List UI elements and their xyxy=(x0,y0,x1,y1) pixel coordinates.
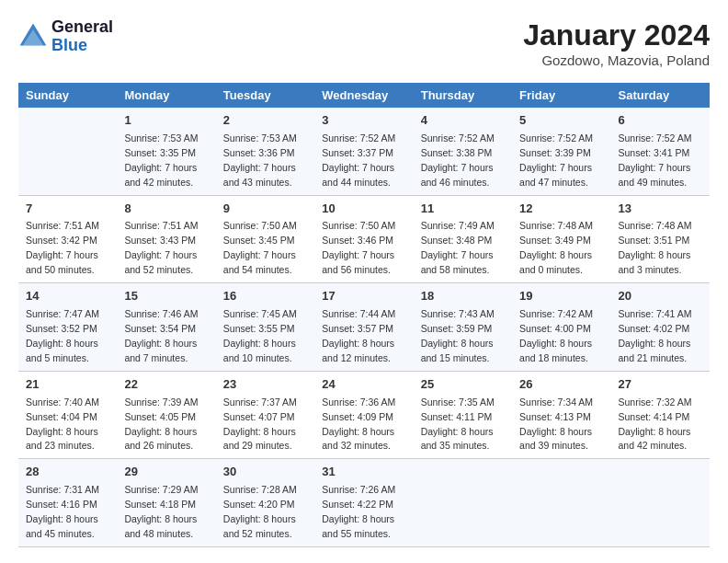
calendar-cell: 8Sunrise: 7:51 AMSunset: 3:43 PMDaylight… xyxy=(117,195,215,283)
header-tuesday: Tuesday xyxy=(216,83,314,108)
header-friday: Friday xyxy=(512,83,610,108)
calendar-title: January 2024 xyxy=(523,18,710,52)
calendar-cell: 4Sunrise: 7:52 AMSunset: 3:38 PMDaylight… xyxy=(414,108,512,195)
day-info: Sunrise: 7:52 AMSunset: 3:37 PMDaylight:… xyxy=(322,132,395,188)
calendar-header-row: SundayMondayTuesdayWednesdayThursdayFrid… xyxy=(18,83,710,108)
calendar-cell: 3Sunrise: 7:52 AMSunset: 3:37 PMDaylight… xyxy=(314,108,413,195)
day-info: Sunrise: 7:50 AMSunset: 3:45 PMDaylight:… xyxy=(223,220,297,275)
calendar-cell: 12Sunrise: 7:48 AMSunset: 3:49 PMDayligh… xyxy=(512,195,610,283)
day-info: Sunrise: 7:29 AMSunset: 4:18 PMDaylight:… xyxy=(124,484,198,539)
day-info: Sunrise: 7:44 AMSunset: 3:57 PMDaylight:… xyxy=(322,308,395,363)
calendar-cell xyxy=(18,108,117,195)
day-info: Sunrise: 7:50 AMSunset: 3:46 PMDaylight:… xyxy=(322,220,395,275)
calendar-cell: 6Sunrise: 7:52 AMSunset: 3:41 PMDaylight… xyxy=(611,108,710,195)
calendar-cell: 15Sunrise: 7:46 AMSunset: 3:54 PMDayligh… xyxy=(117,283,215,372)
logo-line2: Blue xyxy=(51,37,113,55)
day-number: 30 xyxy=(223,464,307,481)
day-number: 17 xyxy=(322,288,405,305)
day-info: Sunrise: 7:35 AMSunset: 4:11 PMDaylight:… xyxy=(421,396,495,452)
calendar-cell: 5Sunrise: 7:52 AMSunset: 3:39 PMDaylight… xyxy=(512,108,610,195)
day-info: Sunrise: 7:43 AMSunset: 3:59 PMDaylight:… xyxy=(421,308,495,363)
day-info: Sunrise: 7:49 AMSunset: 3:48 PMDaylight:… xyxy=(421,220,495,275)
calendar-cell: 16Sunrise: 7:45 AMSunset: 3:55 PMDayligh… xyxy=(216,283,314,372)
calendar-cell: 22Sunrise: 7:39 AMSunset: 4:05 PMDayligh… xyxy=(117,371,215,459)
day-number: 26 xyxy=(519,376,603,394)
day-number: 29 xyxy=(124,464,208,481)
day-number: 22 xyxy=(124,376,208,394)
calendar-week-row: 21Sunrise: 7:40 AMSunset: 4:04 PMDayligh… xyxy=(18,371,710,459)
calendar-cell: 27Sunrise: 7:32 AMSunset: 4:14 PMDayligh… xyxy=(611,371,710,459)
calendar-cell: 14Sunrise: 7:47 AMSunset: 3:52 PMDayligh… xyxy=(18,283,117,372)
day-number: 31 xyxy=(322,464,405,481)
day-info: Sunrise: 7:26 AMSunset: 4:22 PMDaylight:… xyxy=(322,484,395,539)
calendar-week-row: 7Sunrise: 7:51 AMSunset: 3:42 PMDaylight… xyxy=(18,195,710,283)
page-header: General Blue January 2024 Gozdowo, Mazov… xyxy=(18,18,710,68)
day-info: Sunrise: 7:40 AMSunset: 4:04 PMDaylight:… xyxy=(26,396,99,452)
day-info: Sunrise: 7:53 AMSunset: 3:36 PMDaylight:… xyxy=(223,132,297,188)
calendar-cell: 25Sunrise: 7:35 AMSunset: 4:11 PMDayligh… xyxy=(414,371,512,459)
calendar-cell: 31Sunrise: 7:26 AMSunset: 4:22 PMDayligh… xyxy=(314,459,413,547)
day-info: Sunrise: 7:51 AMSunset: 3:43 PMDaylight:… xyxy=(124,220,198,275)
calendar-cell: 28Sunrise: 7:31 AMSunset: 4:16 PMDayligh… xyxy=(18,459,117,547)
day-info: Sunrise: 7:52 AMSunset: 3:38 PMDaylight:… xyxy=(421,132,495,188)
calendar-cell: 7Sunrise: 7:51 AMSunset: 3:42 PMDaylight… xyxy=(18,195,117,283)
calendar-cell: 19Sunrise: 7:42 AMSunset: 4:00 PMDayligh… xyxy=(512,283,610,372)
day-number: 12 xyxy=(519,201,603,218)
header-wednesday: Wednesday xyxy=(314,83,413,108)
day-number: 4 xyxy=(421,112,505,130)
calendar-week-row: 14Sunrise: 7:47 AMSunset: 3:52 PMDayligh… xyxy=(18,283,710,372)
day-number: 3 xyxy=(322,112,405,130)
day-number: 24 xyxy=(322,376,405,394)
header-monday: Monday xyxy=(117,83,215,108)
day-info: Sunrise: 7:52 AMSunset: 3:41 PMDaylight:… xyxy=(619,132,692,188)
day-number: 27 xyxy=(619,376,702,394)
day-info: Sunrise: 7:37 AMSunset: 4:07 PMDaylight:… xyxy=(223,396,297,452)
day-info: Sunrise: 7:48 AMSunset: 3:51 PMDaylight:… xyxy=(619,220,692,275)
calendar-cell: 26Sunrise: 7:34 AMSunset: 4:13 PMDayligh… xyxy=(512,371,610,459)
day-number: 16 xyxy=(223,288,307,305)
day-info: Sunrise: 7:52 AMSunset: 3:39 PMDaylight:… xyxy=(519,132,593,188)
day-number: 1 xyxy=(124,112,208,130)
day-info: Sunrise: 7:28 AMSunset: 4:20 PMDaylight:… xyxy=(223,484,297,539)
calendar-cell: 17Sunrise: 7:44 AMSunset: 3:57 PMDayligh… xyxy=(314,283,413,372)
calendar-table: SundayMondayTuesdayWednesdayThursdayFrid… xyxy=(18,83,710,547)
calendar-cell: 23Sunrise: 7:37 AMSunset: 4:07 PMDayligh… xyxy=(216,371,314,459)
day-number: 21 xyxy=(26,376,109,394)
day-number: 18 xyxy=(421,288,505,305)
calendar-cell: 10Sunrise: 7:50 AMSunset: 3:46 PMDayligh… xyxy=(314,195,413,283)
day-info: Sunrise: 7:48 AMSunset: 3:49 PMDaylight:… xyxy=(519,220,593,275)
header-thursday: Thursday xyxy=(414,83,512,108)
day-info: Sunrise: 7:45 AMSunset: 3:55 PMDaylight:… xyxy=(223,308,297,363)
logo-line1: General xyxy=(51,18,113,37)
calendar-week-row: 1Sunrise: 7:53 AMSunset: 3:35 PMDaylight… xyxy=(18,108,710,195)
calendar-cell: 24Sunrise: 7:36 AMSunset: 4:09 PMDayligh… xyxy=(314,371,413,459)
day-number: 25 xyxy=(421,376,505,394)
calendar-cell: 20Sunrise: 7:41 AMSunset: 4:02 PMDayligh… xyxy=(611,283,710,372)
logo: General Blue xyxy=(18,18,113,55)
day-number: 15 xyxy=(124,288,208,305)
header-saturday: Saturday xyxy=(611,83,710,108)
day-number: 7 xyxy=(26,201,109,218)
calendar-cell: 21Sunrise: 7:40 AMSunset: 4:04 PMDayligh… xyxy=(18,371,117,459)
day-info: Sunrise: 7:31 AMSunset: 4:16 PMDaylight:… xyxy=(26,484,99,539)
day-number: 19 xyxy=(519,288,603,305)
logo-icon xyxy=(18,22,48,52)
day-info: Sunrise: 7:42 AMSunset: 4:00 PMDaylight:… xyxy=(519,308,593,363)
day-info: Sunrise: 7:47 AMSunset: 3:52 PMDaylight:… xyxy=(26,308,99,363)
calendar-cell: 11Sunrise: 7:49 AMSunset: 3:48 PMDayligh… xyxy=(414,195,512,283)
calendar-cell: 1Sunrise: 7:53 AMSunset: 3:35 PMDaylight… xyxy=(117,108,215,195)
header-sunday: Sunday xyxy=(18,83,117,108)
title-block: January 2024 Gozdowo, Mazovia, Poland xyxy=(523,18,710,68)
calendar-cell: 30Sunrise: 7:28 AMSunset: 4:20 PMDayligh… xyxy=(216,459,314,547)
day-number: 11 xyxy=(421,201,505,218)
day-number: 8 xyxy=(124,201,208,218)
calendar-cell: 2Sunrise: 7:53 AMSunset: 3:36 PMDaylight… xyxy=(216,108,314,195)
day-info: Sunrise: 7:39 AMSunset: 4:05 PMDaylight:… xyxy=(124,396,198,452)
day-info: Sunrise: 7:53 AMSunset: 3:35 PMDaylight:… xyxy=(124,132,198,188)
day-number: 9 xyxy=(223,201,307,218)
day-number: 2 xyxy=(223,112,307,130)
day-number: 23 xyxy=(223,376,307,394)
calendar-week-row: 28Sunrise: 7:31 AMSunset: 4:16 PMDayligh… xyxy=(18,459,710,547)
calendar-subtitle: Gozdowo, Mazovia, Poland xyxy=(523,52,710,68)
day-info: Sunrise: 7:34 AMSunset: 4:13 PMDaylight:… xyxy=(519,396,593,452)
